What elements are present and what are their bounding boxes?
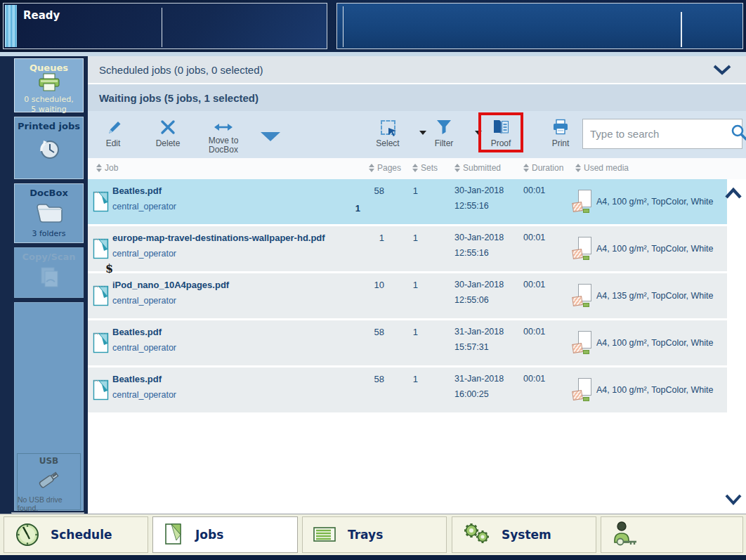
message-panel bbox=[336, 3, 743, 49]
schedule-clock-icon bbox=[14, 521, 41, 548]
delete-label: Delete bbox=[148, 139, 188, 148]
usb-status-text: No USB drive found. bbox=[18, 495, 80, 512]
folder-icon bbox=[35, 201, 63, 226]
delete-button[interactable]: Delete bbox=[148, 118, 188, 148]
column-header-job[interactable]: Job bbox=[96, 163, 118, 173]
job-sets: 1 bbox=[397, 280, 418, 290]
jobs-label: Jobs bbox=[195, 528, 223, 542]
job-document-icon: $ bbox=[93, 191, 109, 215]
message-panel-divider bbox=[343, 6, 343, 47]
scroll-up-icon[interactable] bbox=[724, 187, 742, 202]
column-header-pages[interactable]: Pages bbox=[369, 163, 401, 173]
docbox-count: 3 folders bbox=[32, 226, 65, 238]
media-icon bbox=[572, 237, 591, 260]
media-green-icon bbox=[583, 397, 589, 401]
job-name: Beatles.pdf bbox=[112, 185, 162, 196]
sidebar-item-queues[interactable]: Queues 0 scheduled, 5 waiting bbox=[14, 58, 84, 112]
scheduled-jobs-header[interactable]: Scheduled jobs (0 jobs, 0 selected) bbox=[88, 56, 746, 83]
job-document-icon: $ bbox=[93, 379, 109, 403]
delete-x-icon bbox=[148, 118, 188, 136]
search-box[interactable] bbox=[582, 119, 742, 149]
job-name: iPod_nano_10A4pages.pdf bbox=[112, 280, 229, 290]
job-submitted-time: 12:55:16 bbox=[454, 201, 489, 211]
job-submitted-time: 16:00:25 bbox=[454, 389, 489, 399]
toolbar-expander-triangle[interactable] bbox=[261, 132, 280, 141]
filter-button[interactable]: Filter bbox=[424, 118, 464, 148]
move-arrows-icon bbox=[200, 121, 247, 134]
media-green-icon bbox=[583, 209, 589, 213]
printer-controller-screen: Ready Queues 0 scheduled, 5 waiting bbox=[0, 0, 746, 560]
waiting-jobs-title: Waiting jobs (5 jobs, 1 selected) bbox=[99, 92, 259, 104]
select-button[interactable]: Select bbox=[368, 118, 407, 148]
column-header-used-media[interactable]: Used media bbox=[575, 163, 629, 173]
move-label-line2: DocBox bbox=[200, 145, 247, 155]
copy-scan-label: Copy/Scan bbox=[22, 248, 75, 262]
tab-jobs[interactable]: Jobs bbox=[152, 516, 298, 553]
media-swatch-icon bbox=[572, 296, 583, 306]
sidebar-item-printed-jobs[interactable]: Printed jobs bbox=[14, 117, 84, 179]
media-green-icon bbox=[583, 303, 589, 307]
machine-status-text: Ready bbox=[23, 9, 60, 22]
print-printer-icon bbox=[541, 118, 580, 136]
job-used-media: A4, 100 g/m², TopColor, White bbox=[596, 367, 714, 412]
sort-icon bbox=[575, 164, 581, 172]
job-row[interactable]: $ Beatles.pdf central_operator 58 1 31-J… bbox=[88, 320, 727, 365]
column-header-submitted[interactable]: Submitted bbox=[454, 163, 501, 173]
bottom-navigation-bar: Schedule Jobs bbox=[0, 514, 746, 555]
job-submitted-date: 30-Jan-2018 bbox=[454, 185, 504, 195]
tab-system[interactable]: System bbox=[452, 516, 596, 553]
print-button[interactable]: Print bbox=[541, 118, 580, 148]
history-clock-icon bbox=[37, 137, 62, 165]
edit-button[interactable]: Edit bbox=[93, 118, 133, 148]
job-duration: 00:01 bbox=[523, 185, 545, 195]
tab-login[interactable] bbox=[601, 516, 743, 553]
job-document-icon: $ bbox=[93, 238, 109, 262]
job-row[interactable]: $ iPod_nano_10A4pages.pdf central_operat… bbox=[88, 273, 727, 318]
job-submitted-date: 30-Jan-2018 bbox=[454, 233, 504, 242]
tab-trays[interactable]: Trays bbox=[302, 516, 447, 553]
printed-jobs-label: Printed jobs bbox=[18, 117, 80, 131]
job-submitted-time: 15:57:31 bbox=[454, 342, 489, 352]
sidebar-item-docbox[interactable]: DocBox 3 folders bbox=[14, 183, 84, 243]
bottom-navy-strip bbox=[0, 555, 746, 560]
chevron-down-icon[interactable] bbox=[712, 64, 732, 78]
scroll-down-icon[interactable] bbox=[724, 493, 742, 509]
queues-count-line1: 0 scheduled, bbox=[24, 95, 73, 105]
job-sets: 1 bbox=[397, 233, 418, 243]
jobs-toolbar: Edit Delete Move to bbox=[88, 111, 746, 158]
tab-schedule[interactable]: Schedule bbox=[4, 516, 148, 553]
status-stripe-icon bbox=[5, 5, 17, 47]
column-header-duration[interactable]: Duration bbox=[523, 163, 563, 173]
filter-funnel-icon bbox=[424, 118, 464, 136]
media-swatch-icon bbox=[572, 249, 583, 259]
queues-count-line2: 5 waiting bbox=[31, 105, 67, 115]
job-pages: 1 bbox=[362, 233, 384, 243]
job-printed-sets: 1 bbox=[346, 203, 360, 214]
search-icon[interactable] bbox=[730, 124, 746, 145]
job-used-media: A4, 100 g/m², TopColor, White bbox=[596, 179, 714, 224]
move-to-docbox-button[interactable]: Move to DocBox bbox=[200, 121, 247, 155]
queues-label: Queues bbox=[30, 59, 68, 73]
waiting-jobs-header[interactable]: Waiting jobs (5 jobs, 1 selected) bbox=[88, 84, 746, 111]
column-header-sets[interactable]: Sets bbox=[412, 163, 438, 173]
job-pages: 58 bbox=[362, 185, 384, 196]
job-submitted-date: 31-Jan-2018 bbox=[454, 327, 504, 337]
message-panel-tick bbox=[681, 12, 682, 47]
job-row[interactable]: $ europe-map-travel-destinations-wallpap… bbox=[88, 226, 727, 271]
media-icon bbox=[572, 190, 591, 213]
job-row[interactable]: $ Beatles.pdf central_operator 58 1 31-J… bbox=[88, 367, 727, 412]
docbox-label: DocBox bbox=[30, 184, 68, 198]
media-swatch-icon bbox=[572, 343, 583, 353]
job-sets: 1 bbox=[397, 185, 418, 196]
search-input[interactable] bbox=[590, 128, 730, 140]
media-swatch-icon bbox=[572, 390, 583, 401]
queues-sidebar: Queues 0 scheduled, 5 waiting Printed jo… bbox=[0, 56, 88, 514]
sort-icon bbox=[96, 164, 102, 172]
trays-label: Trays bbox=[348, 528, 383, 542]
jobs-table-header: Job Pages Sets Submitted Duration Used m… bbox=[88, 158, 746, 179]
printer-green-icon bbox=[37, 73, 61, 95]
system-gears-icon bbox=[462, 521, 492, 548]
job-row[interactable]: $ Beatles.pdf central_operator 58 1 1 30… bbox=[88, 179, 727, 224]
print-label: Print bbox=[541, 139, 580, 148]
sort-icon bbox=[523, 164, 529, 172]
